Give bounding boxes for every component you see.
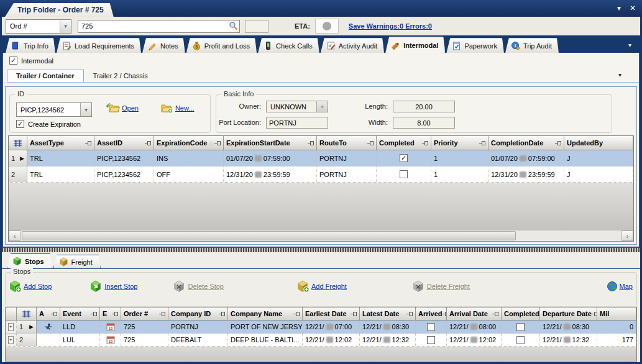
column-header-priority[interactable]: Priority bbox=[431, 136, 488, 150]
create-expiration-checkbox[interactable] bbox=[16, 120, 24, 128]
column-header-completed[interactable]: Completed bbox=[377, 136, 431, 150]
window-menu-chevron-icon[interactable]: ▾ bbox=[617, 3, 621, 13]
pin-icon[interactable] bbox=[308, 140, 314, 146]
stop-row-1[interactable]: + 1▶ LLD 12 725 bbox=[6, 321, 636, 334]
chevron-down-icon[interactable]: ▾ bbox=[60, 20, 71, 33]
pin-icon[interactable] bbox=[293, 311, 300, 317]
column-header-completiondate[interactable]: CompletionDate bbox=[488, 136, 564, 150]
add-freight-button[interactable]: Add Freight bbox=[297, 280, 347, 293]
pin-icon[interactable] bbox=[406, 311, 413, 317]
search-icon[interactable] bbox=[227, 21, 239, 31]
add-freight-label[interactable]: Add Freight bbox=[311, 283, 347, 290]
pin-icon[interactable] bbox=[159, 311, 165, 317]
tab-trip-audit[interactable]: i Trip Audit bbox=[505, 38, 559, 53]
column-header-expirationstartdate[interactable]: ExpirationStartDate bbox=[224, 136, 317, 150]
new-trailer-link[interactable]: New... bbox=[160, 102, 195, 114]
save-warnings-link[interactable]: Save Warnings:0 Errors:0 bbox=[349, 22, 432, 30]
tab-overflow-chevron-icon[interactable]: ▾ bbox=[628, 42, 631, 48]
column-header-arrivaldate[interactable]: Arrival Date bbox=[447, 307, 502, 320]
pin-icon[interactable] bbox=[592, 311, 597, 317]
subtab-overflow-chevron-icon[interactable]: ▾ bbox=[618, 71, 621, 78]
open-link-label[interactable]: Open bbox=[122, 104, 139, 112]
column-header-event[interactable]: Event bbox=[60, 307, 100, 320]
completed-checkbox[interactable] bbox=[400, 170, 408, 178]
open-trailer-link[interactable]: Open bbox=[106, 102, 139, 114]
tab-trip-info[interactable]: Trip Info bbox=[6, 38, 55, 53]
add-stop-label[interactable]: Add Stop bbox=[24, 283, 52, 290]
scroll-right-icon[interactable]: › bbox=[621, 230, 633, 241]
calendar-icon[interactable]: 12 bbox=[106, 336, 115, 344]
close-icon[interactable]: ✕ bbox=[630, 3, 636, 13]
tab-notes[interactable]: Notes bbox=[142, 38, 185, 53]
chevron-down-icon[interactable]: ▾ bbox=[80, 103, 91, 116]
pin-icon[interactable] bbox=[443, 311, 447, 317]
pin-icon[interactable] bbox=[214, 140, 221, 146]
pin-icon[interactable] bbox=[492, 311, 498, 317]
tab-profit-and-loss[interactable]: $ Profit and Loss bbox=[186, 38, 257, 53]
column-header-routeto[interactable]: RouteTo bbox=[317, 136, 377, 150]
pin-icon[interactable] bbox=[91, 311, 97, 317]
secondary-id-field[interactable] bbox=[245, 20, 268, 33]
arrived-checkbox[interactable] bbox=[427, 323, 435, 331]
map-button[interactable]: Map bbox=[607, 281, 633, 292]
pin-icon[interactable] bbox=[422, 140, 428, 146]
grid-corner-button[interactable] bbox=[9, 136, 27, 150]
subtab-trailer-container[interactable]: Trailer / Container bbox=[7, 70, 84, 82]
insert-stop-label[interactable]: Insert Stop bbox=[104, 283, 137, 290]
tab-load-requirements[interactable]: Load Requirements bbox=[57, 38, 141, 53]
tab-freight[interactable]: Freight bbox=[53, 255, 101, 268]
column-header-e[interactable]: E bbox=[100, 307, 121, 320]
insert-stop-button[interactable]: Insert Stop bbox=[90, 280, 137, 293]
asset-id-combo[interactable]: PICP,1234562 ▾ bbox=[16, 102, 92, 117]
pin-icon[interactable] bbox=[145, 140, 151, 146]
intermodal-checkbox[interactable] bbox=[9, 57, 17, 65]
pin-icon[interactable] bbox=[479, 140, 485, 146]
map-label[interactable]: Map bbox=[620, 283, 633, 290]
add-stop-button[interactable]: Add Stop bbox=[9, 280, 52, 293]
subtab-trailer2-chassis[interactable]: Trailer 2 / Chassis bbox=[84, 70, 157, 82]
calendar-icon[interactable]: 12 bbox=[106, 323, 115, 331]
column-header-completed[interactable]: Completed bbox=[502, 307, 540, 320]
column-header-departuredate[interactable]: Departure Date bbox=[540, 307, 597, 320]
tab-intermodal[interactable]: Intermodal bbox=[385, 37, 445, 53]
pin-icon[interactable] bbox=[112, 311, 118, 317]
column-header-miles[interactable]: Mil bbox=[597, 307, 636, 320]
completed-checkbox[interactable] bbox=[516, 336, 525, 344]
scroll-left-icon[interactable]: ‹ bbox=[9, 230, 21, 241]
column-header-assetid[interactable]: AssetID bbox=[94, 136, 154, 150]
column-header-latestdate[interactable]: Latest Date bbox=[360, 307, 416, 320]
grid-corner-button[interactable] bbox=[17, 307, 37, 320]
tab-paperwork[interactable]: Paperwork bbox=[446, 38, 504, 53]
tab-stops[interactable]: Stops bbox=[7, 253, 52, 268]
scrollbar-thumb[interactable] bbox=[22, 231, 516, 240]
expiration-row-1[interactable]: 1▶ TRL PICP,1234562 INS 01/07/2007:59:00… bbox=[9, 150, 633, 166]
pin-icon[interactable] bbox=[85, 140, 91, 146]
new-link-label[interactable]: New... bbox=[175, 104, 195, 112]
pin-icon[interactable] bbox=[351, 311, 357, 317]
column-header-expirationcode[interactable]: ExpirationCode△ bbox=[154, 136, 224, 150]
column-header-updatedby[interactable]: UpdatedBy bbox=[564, 136, 633, 150]
column-header-order[interactable]: Order # bbox=[121, 307, 168, 320]
column-header-a[interactable]: A bbox=[37, 307, 60, 320]
tab-activity-audit[interactable]: Activity Audit bbox=[321, 38, 384, 53]
column-header-companyname[interactable]: Company Name bbox=[228, 307, 303, 320]
column-header-companyid[interactable]: Company ID bbox=[168, 307, 228, 320]
order-number-input[interactable] bbox=[78, 20, 240, 33]
pin-icon[interactable] bbox=[219, 311, 225, 317]
expiration-row-2[interactable]: 2 TRL PICP,1234562 OFF 12/31/2023:59:59 … bbox=[9, 166, 633, 183]
tab-check-calls[interactable]: Check Calls bbox=[258, 38, 319, 53]
expand-row-icon[interactable]: + bbox=[8, 336, 14, 344]
pin-icon[interactable] bbox=[555, 140, 561, 146]
column-header-assettype[interactable]: AssetType bbox=[27, 136, 94, 150]
completed-checkbox[interactable] bbox=[516, 323, 525, 331]
arrived-checkbox[interactable] bbox=[427, 336, 435, 344]
stop-row-2[interactable]: + 2 LUL 12 725 DEEBALT DEEP BLUE - BALTI… bbox=[6, 334, 636, 347]
window-title-tab[interactable]: Trip Folder - Order # 725 bbox=[5, 3, 114, 17]
column-header-earliestdate[interactable]: Earliest Date bbox=[303, 307, 360, 320]
completed-checkbox[interactable] bbox=[400, 154, 408, 162]
pin-icon[interactable] bbox=[51, 311, 57, 317]
column-header-arrived[interactable]: Arrived bbox=[416, 307, 447, 320]
scrollbar-track[interactable] bbox=[21, 230, 621, 241]
pin-icon[interactable] bbox=[367, 140, 374, 146]
search-field-selector[interactable]: Ord # ▾ bbox=[6, 19, 71, 34]
